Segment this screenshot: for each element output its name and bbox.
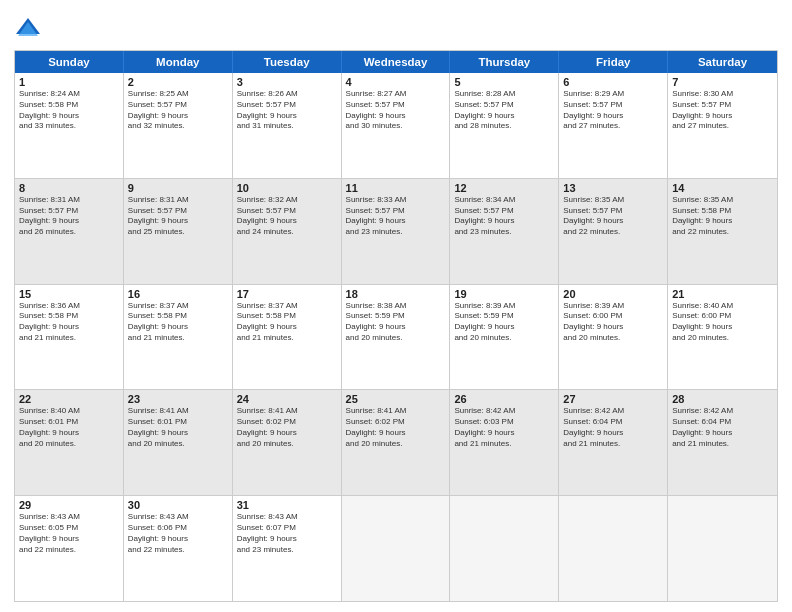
cell-info: Sunrise: 8:32 AMSunset: 5:57 PMDaylight:… (237, 195, 337, 238)
calendar-cell: 20Sunrise: 8:39 AMSunset: 6:00 PMDayligh… (559, 285, 668, 390)
calendar-cell: 21Sunrise: 8:40 AMSunset: 6:00 PMDayligh… (668, 285, 777, 390)
cell-info: Sunrise: 8:26 AMSunset: 5:57 PMDaylight:… (237, 89, 337, 132)
calendar-cell: 22Sunrise: 8:40 AMSunset: 6:01 PMDayligh… (15, 390, 124, 495)
day-number: 16 (128, 288, 228, 300)
header-day-monday: Monday (124, 51, 233, 73)
calendar-cell: 1Sunrise: 8:24 AMSunset: 5:58 PMDaylight… (15, 73, 124, 178)
calendar-cell: 9Sunrise: 8:31 AMSunset: 5:57 PMDaylight… (124, 179, 233, 284)
calendar-cell: 31Sunrise: 8:43 AMSunset: 6:07 PMDayligh… (233, 496, 342, 601)
calendar-cell: 7Sunrise: 8:30 AMSunset: 5:57 PMDaylight… (668, 73, 777, 178)
calendar-cell: 23Sunrise: 8:41 AMSunset: 6:01 PMDayligh… (124, 390, 233, 495)
day-number: 6 (563, 76, 663, 88)
day-number: 10 (237, 182, 337, 194)
day-number: 25 (346, 393, 446, 405)
cell-info: Sunrise: 8:43 AMSunset: 6:07 PMDaylight:… (237, 512, 337, 555)
calendar-week-1: 1Sunrise: 8:24 AMSunset: 5:58 PMDaylight… (15, 73, 777, 178)
cell-info: Sunrise: 8:33 AMSunset: 5:57 PMDaylight:… (346, 195, 446, 238)
cell-info: Sunrise: 8:43 AMSunset: 6:06 PMDaylight:… (128, 512, 228, 555)
cell-info: Sunrise: 8:40 AMSunset: 6:00 PMDaylight:… (672, 301, 773, 344)
day-number: 7 (672, 76, 773, 88)
day-number: 30 (128, 499, 228, 511)
cell-info: Sunrise: 8:24 AMSunset: 5:58 PMDaylight:… (19, 89, 119, 132)
day-number: 24 (237, 393, 337, 405)
cell-info: Sunrise: 8:25 AMSunset: 5:57 PMDaylight:… (128, 89, 228, 132)
calendar-cell: 30Sunrise: 8:43 AMSunset: 6:06 PMDayligh… (124, 496, 233, 601)
calendar-cell: 6Sunrise: 8:29 AMSunset: 5:57 PMDaylight… (559, 73, 668, 178)
calendar-cell: 15Sunrise: 8:36 AMSunset: 5:58 PMDayligh… (15, 285, 124, 390)
calendar-week-5: 29Sunrise: 8:43 AMSunset: 6:05 PMDayligh… (15, 495, 777, 601)
day-number: 11 (346, 182, 446, 194)
calendar-cell: 28Sunrise: 8:42 AMSunset: 6:04 PMDayligh… (668, 390, 777, 495)
cell-info: Sunrise: 8:34 AMSunset: 5:57 PMDaylight:… (454, 195, 554, 238)
cell-info: Sunrise: 8:42 AMSunset: 6:04 PMDaylight:… (672, 406, 773, 449)
calendar-cell: 2Sunrise: 8:25 AMSunset: 5:57 PMDaylight… (124, 73, 233, 178)
calendar-cell: 25Sunrise: 8:41 AMSunset: 6:02 PMDayligh… (342, 390, 451, 495)
cell-info: Sunrise: 8:43 AMSunset: 6:05 PMDaylight:… (19, 512, 119, 555)
day-number: 31 (237, 499, 337, 511)
day-number: 22 (19, 393, 119, 405)
day-number: 18 (346, 288, 446, 300)
cell-info: Sunrise: 8:30 AMSunset: 5:57 PMDaylight:… (672, 89, 773, 132)
calendar-cell: 29Sunrise: 8:43 AMSunset: 6:05 PMDayligh… (15, 496, 124, 601)
day-number: 4 (346, 76, 446, 88)
logo-icon (14, 14, 42, 42)
logo (14, 14, 46, 42)
cell-info: Sunrise: 8:37 AMSunset: 5:58 PMDaylight:… (237, 301, 337, 344)
calendar-cell: 8Sunrise: 8:31 AMSunset: 5:57 PMDaylight… (15, 179, 124, 284)
calendar-week-4: 22Sunrise: 8:40 AMSunset: 6:01 PMDayligh… (15, 389, 777, 495)
cell-info: Sunrise: 8:39 AMSunset: 6:00 PMDaylight:… (563, 301, 663, 344)
calendar-week-3: 15Sunrise: 8:36 AMSunset: 5:58 PMDayligh… (15, 284, 777, 390)
calendar-cell: 12Sunrise: 8:34 AMSunset: 5:57 PMDayligh… (450, 179, 559, 284)
day-number: 15 (19, 288, 119, 300)
day-number: 13 (563, 182, 663, 194)
calendar: SundayMondayTuesdayWednesdayThursdayFrid… (14, 50, 778, 602)
calendar-cell: 14Sunrise: 8:35 AMSunset: 5:58 PMDayligh… (668, 179, 777, 284)
calendar-body: 1Sunrise: 8:24 AMSunset: 5:58 PMDaylight… (15, 73, 777, 601)
cell-info: Sunrise: 8:39 AMSunset: 5:59 PMDaylight:… (454, 301, 554, 344)
day-number: 5 (454, 76, 554, 88)
calendar-cell (450, 496, 559, 601)
day-number: 19 (454, 288, 554, 300)
header (14, 14, 778, 42)
calendar-cell (668, 496, 777, 601)
day-number: 21 (672, 288, 773, 300)
day-number: 29 (19, 499, 119, 511)
calendar-cell: 18Sunrise: 8:38 AMSunset: 5:59 PMDayligh… (342, 285, 451, 390)
calendar-cell: 4Sunrise: 8:27 AMSunset: 5:57 PMDaylight… (342, 73, 451, 178)
day-number: 2 (128, 76, 228, 88)
cell-info: Sunrise: 8:41 AMSunset: 6:01 PMDaylight:… (128, 406, 228, 449)
cell-info: Sunrise: 8:29 AMSunset: 5:57 PMDaylight:… (563, 89, 663, 132)
day-number: 28 (672, 393, 773, 405)
calendar-cell: 13Sunrise: 8:35 AMSunset: 5:57 PMDayligh… (559, 179, 668, 284)
calendar-header: SundayMondayTuesdayWednesdayThursdayFrid… (15, 51, 777, 73)
header-day-tuesday: Tuesday (233, 51, 342, 73)
header-day-friday: Friday (559, 51, 668, 73)
calendar-cell: 3Sunrise: 8:26 AMSunset: 5:57 PMDaylight… (233, 73, 342, 178)
header-day-thursday: Thursday (450, 51, 559, 73)
cell-info: Sunrise: 8:42 AMSunset: 6:04 PMDaylight:… (563, 406, 663, 449)
day-number: 12 (454, 182, 554, 194)
calendar-cell: 27Sunrise: 8:42 AMSunset: 6:04 PMDayligh… (559, 390, 668, 495)
calendar-cell: 5Sunrise: 8:28 AMSunset: 5:57 PMDaylight… (450, 73, 559, 178)
calendar-cell: 16Sunrise: 8:37 AMSunset: 5:58 PMDayligh… (124, 285, 233, 390)
cell-info: Sunrise: 8:31 AMSunset: 5:57 PMDaylight:… (128, 195, 228, 238)
calendar-cell: 17Sunrise: 8:37 AMSunset: 5:58 PMDayligh… (233, 285, 342, 390)
calendar-cell (559, 496, 668, 601)
day-number: 8 (19, 182, 119, 194)
header-day-saturday: Saturday (668, 51, 777, 73)
day-number: 23 (128, 393, 228, 405)
calendar-week-2: 8Sunrise: 8:31 AMSunset: 5:57 PMDaylight… (15, 178, 777, 284)
cell-info: Sunrise: 8:37 AMSunset: 5:58 PMDaylight:… (128, 301, 228, 344)
calendar-cell: 19Sunrise: 8:39 AMSunset: 5:59 PMDayligh… (450, 285, 559, 390)
day-number: 9 (128, 182, 228, 194)
cell-info: Sunrise: 8:41 AMSunset: 6:02 PMDaylight:… (237, 406, 337, 449)
page: SundayMondayTuesdayWednesdayThursdayFrid… (0, 0, 792, 612)
header-day-sunday: Sunday (15, 51, 124, 73)
calendar-cell: 10Sunrise: 8:32 AMSunset: 5:57 PMDayligh… (233, 179, 342, 284)
cell-info: Sunrise: 8:35 AMSunset: 5:58 PMDaylight:… (672, 195, 773, 238)
day-number: 20 (563, 288, 663, 300)
calendar-cell (342, 496, 451, 601)
day-number: 3 (237, 76, 337, 88)
cell-info: Sunrise: 8:28 AMSunset: 5:57 PMDaylight:… (454, 89, 554, 132)
cell-info: Sunrise: 8:31 AMSunset: 5:57 PMDaylight:… (19, 195, 119, 238)
